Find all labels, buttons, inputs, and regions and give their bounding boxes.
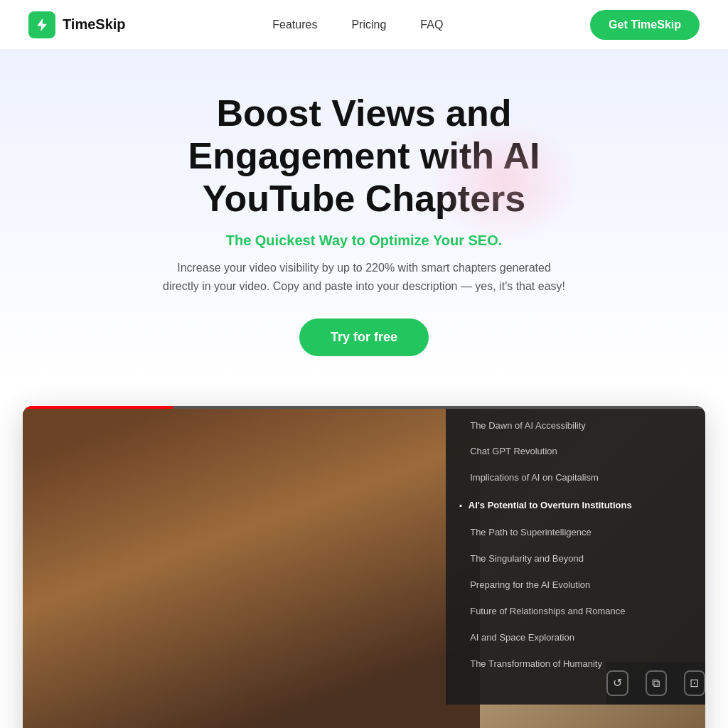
navbar: TimeSkip Features Pricing FAQ Get TimeSk… xyxy=(0,0,728,50)
nav-links: Features Pricing FAQ xyxy=(272,18,443,31)
logo-icon xyxy=(28,11,55,38)
video-wrapper: The Dawn of AI AccessibilityChat GPT Rev… xyxy=(23,406,705,728)
video-main[interactable]: The Dawn of AI AccessibilityChat GPT Rev… xyxy=(23,406,705,728)
nav-link-faq[interactable]: FAQ xyxy=(420,18,443,31)
progress-bar[interactable] xyxy=(23,406,705,409)
progress-fill xyxy=(23,406,173,409)
chapter-item[interactable]: The Path to Superintelligence xyxy=(446,520,705,546)
chapter-item[interactable]: AI's Potential to Overturn Institutions xyxy=(446,491,705,520)
chapter-item[interactable]: Chat GPT Revolution xyxy=(446,439,705,465)
timeskip-bolt-icon xyxy=(34,17,50,33)
nav-link-pricing[interactable]: Pricing xyxy=(351,18,386,31)
copy-icon[interactable]: ⧉ xyxy=(646,670,667,696)
try-for-free-button[interactable]: Try for free xyxy=(299,318,429,356)
chapter-item[interactable]: Future of Relationships and Romance xyxy=(446,599,705,625)
chapter-item[interactable]: Implications of AI on Capitalism xyxy=(446,465,705,491)
hero-subtitle: The Quickest Way to Optimize Your SEO. xyxy=(14,232,714,249)
logo-text: TimeSkip xyxy=(63,16,126,33)
logo-link[interactable]: TimeSkip xyxy=(28,11,126,38)
video-person-area xyxy=(23,406,480,728)
video-container: The Dawn of AI AccessibilityChat GPT Rev… xyxy=(23,406,705,728)
chapter-item[interactable]: AI and Space Exploration xyxy=(446,625,705,651)
overlay-actions: ↺ ⧉ ⊡ xyxy=(606,662,705,705)
chapter-item[interactable]: Preparing for the AI Evolution xyxy=(446,572,705,599)
hero-description: Increase your video visibility by up to … xyxy=(158,259,570,295)
chapter-item[interactable]: The Singularity and Beyond xyxy=(446,546,705,572)
chapters-overlay: The Dawn of AI AccessibilityChat GPT Rev… xyxy=(446,406,705,705)
get-timeskip-button[interactable]: Get TimeSkip xyxy=(590,10,700,40)
chapter-item[interactable]: The Dawn of AI Accessibility xyxy=(446,413,705,439)
hero-title: Boost Views and Engagement with AI YouTu… xyxy=(115,92,613,220)
nav-link-features[interactable]: Features xyxy=(272,18,317,31)
reload-icon[interactable]: ↺ xyxy=(606,670,628,696)
hero-section: Boost Views and Engagement with AI YouTu… xyxy=(0,50,728,385)
extra-icon[interactable]: ⊡ xyxy=(684,670,705,696)
chapters-list: The Dawn of AI AccessibilityChat GPT Rev… xyxy=(446,413,705,678)
video-section: The Dawn of AI AccessibilityChat GPT Rev… xyxy=(0,385,728,728)
